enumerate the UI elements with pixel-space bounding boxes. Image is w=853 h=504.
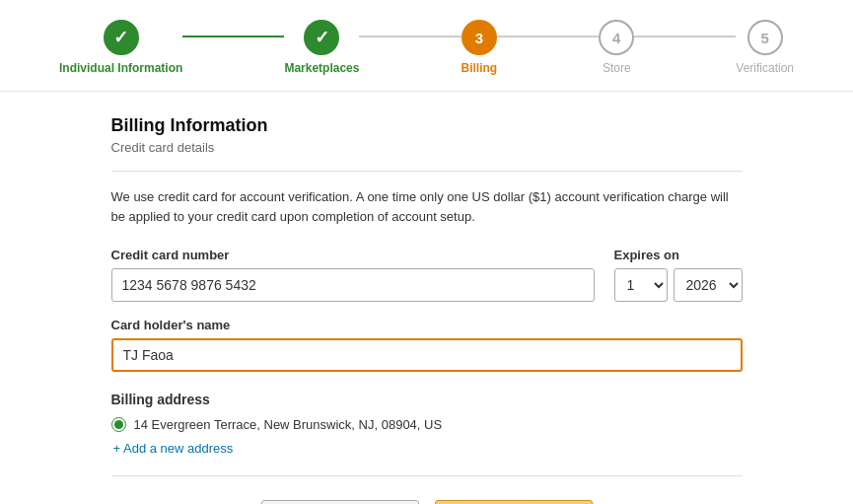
expires-group: Expires on 123456789101112 2024202520262… — [614, 248, 743, 302]
expires-selects: 123456789101112 202420252026202720282029… — [614, 268, 743, 302]
step-verification: 5 Verification — [736, 20, 794, 75]
section-divider — [111, 171, 743, 172]
cardholder-label: Card holder's name — [111, 318, 743, 332]
step-label-3: Billing — [462, 61, 498, 75]
step-marketplaces: Marketplaces — [284, 20, 359, 75]
add-address-link[interactable]: + Add a new address — [113, 441, 234, 456]
step-number-3: 3 — [475, 30, 483, 46]
expires-year-select[interactable]: 202420252026202720282029203020312032 — [674, 268, 743, 302]
expires-label: Expires on — [614, 248, 743, 262]
step-circle-3: 3 — [462, 20, 497, 55]
next-button[interactable]: Next — [435, 500, 593, 504]
checkmark-icon-2 — [315, 27, 329, 48]
step-connector-4 — [634, 36, 736, 37]
billing-address-radio-row[interactable]: 14 Evergreen Terrace, New Brunswick, NJ,… — [111, 417, 743, 432]
main-content: Billing Information Credit card details … — [92, 92, 762, 504]
step-billing: 3 Billing — [462, 20, 498, 75]
step-label-2: Marketplaces — [284, 61, 359, 75]
credit-card-label: Credit card number — [111, 248, 595, 262]
cardholder-input[interactable] — [111, 338, 743, 372]
step-label-4: Store — [603, 61, 631, 75]
step-label-5: Verification — [736, 61, 794, 75]
credit-card-input[interactable] — [111, 268, 595, 302]
info-text: We use credit card for account verificat… — [111, 187, 743, 226]
credit-card-row: Credit card number Expires on 1234567891… — [111, 248, 743, 302]
button-row: Previous Next — [111, 500, 743, 504]
expires-month-select[interactable]: 123456789101112 — [614, 268, 668, 302]
step-number-4: 4 — [612, 30, 620, 46]
step-connector-3 — [497, 36, 599, 37]
billing-address-title: Billing address — [111, 392, 743, 407]
step-individual-information: Individual Information — [59, 20, 182, 75]
step-connector-2 — [359, 36, 461, 37]
step-circle-4: 4 — [599, 20, 634, 55]
step-circle-2 — [304, 20, 339, 55]
cardholder-row: Card holder's name — [111, 318, 743, 372]
previous-button[interactable]: Previous — [261, 500, 419, 504]
section-subtitle: Credit card details — [111, 140, 743, 155]
section-header: Billing Information Credit card details — [111, 115, 743, 155]
credit-card-group: Credit card number — [111, 248, 595, 302]
step-circle-1 — [104, 20, 139, 55]
checkmark-icon-1 — [113, 27, 128, 48]
billing-address-section: Billing address 14 Evergreen Terrace, Ne… — [111, 392, 743, 456]
step-store: 4 Store — [599, 20, 634, 75]
section-title: Billing Information — [111, 115, 743, 136]
billing-address-text: 14 Evergreen Terrace, New Brunswick, NJ,… — [134, 417, 443, 432]
step-circle-5: 5 — [747, 20, 783, 55]
step-number-5: 5 — [760, 30, 768, 46]
cardholder-group: Card holder's name — [111, 318, 743, 372]
billing-address-radio[interactable] — [111, 417, 126, 432]
step-label-1: Individual Information — [59, 61, 182, 75]
step-connector-1 — [182, 36, 284, 37]
progress-bar: Individual Information Marketplaces 3 Bi… — [0, 0, 853, 92]
bottom-divider — [111, 475, 743, 476]
